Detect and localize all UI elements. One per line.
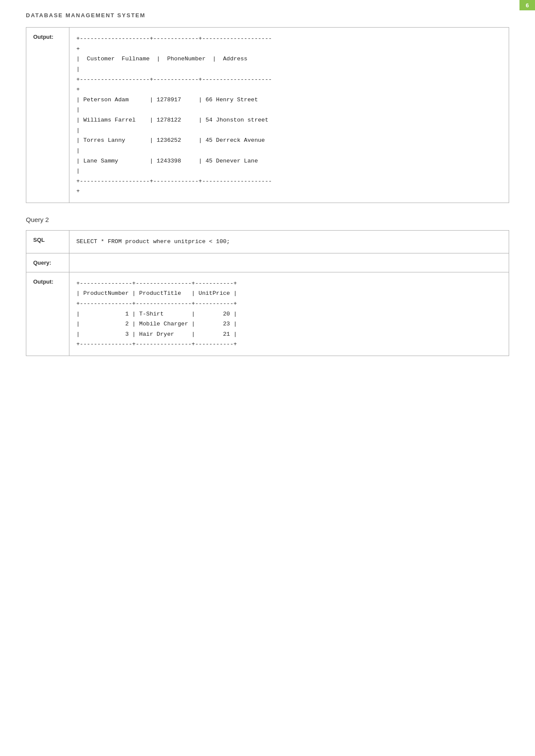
query1-output-table: Output: +--------------------+----------… bbox=[26, 27, 509, 203]
query1-output-row: Output: +--------------------+----------… bbox=[26, 28, 509, 203]
page-header: DATABASE MANAGEMENT SYSTEM bbox=[0, 0, 535, 27]
page-number-badge: 6 bbox=[519, 0, 535, 10]
query2-sql-content: SELECT * FROM product where unitprice < … bbox=[69, 231, 509, 253]
query2-query-content bbox=[69, 253, 509, 272]
query2-query-row: Query: bbox=[26, 253, 509, 272]
query1-output-label: Output: bbox=[26, 28, 69, 203]
query1-output-content: +--------------------+-------------+----… bbox=[69, 28, 509, 203]
query2-output-row: Output: +---------------+---------------… bbox=[26, 272, 509, 356]
query2-output-content: +---------------+----------------+------… bbox=[69, 272, 509, 356]
query2-label: Query 2 bbox=[26, 216, 509, 223]
query2-sql-label: SQL bbox=[26, 231, 69, 253]
query2-query-label: Query: bbox=[26, 253, 69, 272]
query2-table: SQL SELECT * FROM product where unitpric… bbox=[26, 230, 509, 356]
query2-sql-row: SQL SELECT * FROM product where unitpric… bbox=[26, 231, 509, 253]
query2-output-label: Output: bbox=[26, 272, 69, 356]
